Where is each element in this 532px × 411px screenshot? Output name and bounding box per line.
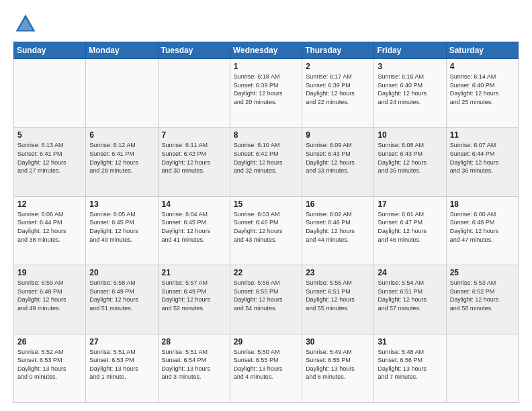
day-number: 7: [162, 130, 226, 140]
day-number: 29: [234, 337, 298, 347]
calendar-cell: 18Sunrise: 6:00 AM Sunset: 6:48 PM Dayli…: [446, 196, 518, 265]
day-number: 15: [234, 199, 298, 209]
calendar-cell: 6Sunrise: 6:12 AM Sunset: 6:41 PM Daylig…: [86, 128, 158, 196]
day-info: Sunrise: 6:02 AM Sunset: 6:46 PM Dayligh…: [306, 210, 370, 244]
day-info: Sunrise: 5:48 AM Sunset: 6:56 PM Dayligh…: [378, 348, 442, 381]
day-number: 16: [306, 199, 370, 209]
day-info: Sunrise: 5:52 AM Sunset: 6:53 PM Dayligh…: [17, 348, 82, 381]
calendar-cell: 11Sunrise: 6:07 AM Sunset: 6:44 PM Dayli…: [446, 128, 518, 196]
calendar-cell: 12Sunrise: 6:06 AM Sunset: 6:44 PM Dayli…: [14, 196, 86, 265]
logo-icon: [13, 12, 38, 36]
day-number: 10: [378, 130, 442, 140]
day-number: 27: [89, 337, 154, 347]
weekday-header-tuesday: Tuesday: [158, 42, 230, 59]
calendar-cell: 31Sunrise: 5:48 AM Sunset: 6:56 PM Dayli…: [374, 334, 446, 402]
day-number: 21: [162, 268, 226, 277]
weekday-header-friday: Friday: [374, 42, 446, 59]
weekday-header-monday: Monday: [86, 42, 158, 59]
day-number: 19: [17, 268, 82, 277]
calendar-cell: [86, 59, 158, 128]
day-number: 26: [17, 337, 82, 347]
weekday-header-wednesday: Wednesday: [230, 42, 302, 59]
day-info: Sunrise: 6:03 AM Sunset: 6:46 PM Dayligh…: [234, 210, 298, 244]
calendar-cell: 10Sunrise: 6:08 AM Sunset: 6:43 PM Dayli…: [374, 128, 446, 196]
day-info: Sunrise: 5:59 AM Sunset: 6:48 PM Dayligh…: [17, 279, 82, 312]
calendar-cell: 30Sunrise: 5:49 AM Sunset: 6:55 PM Dayli…: [302, 334, 374, 402]
calendar-cell: 25Sunrise: 5:53 AM Sunset: 6:52 PM Dayli…: [446, 265, 518, 334]
day-info: Sunrise: 6:09 AM Sunset: 6:43 PM Dayligh…: [306, 141, 370, 175]
day-number: 14: [162, 199, 226, 209]
day-info: Sunrise: 6:17 AM Sunset: 6:39 PM Dayligh…: [306, 73, 370, 106]
day-info: Sunrise: 5:49 AM Sunset: 6:55 PM Dayligh…: [306, 348, 370, 381]
calendar-cell: 7Sunrise: 6:11 AM Sunset: 6:42 PM Daylig…: [158, 128, 230, 196]
day-info: Sunrise: 6:14 AM Sunset: 6:40 PM Dayligh…: [450, 73, 515, 106]
day-number: 9: [306, 130, 370, 140]
day-info: Sunrise: 6:11 AM Sunset: 6:42 PM Dayligh…: [162, 141, 226, 175]
calendar-cell: 28Sunrise: 5:51 AM Sunset: 6:54 PM Dayli…: [158, 334, 230, 402]
day-info: Sunrise: 6:08 AM Sunset: 6:43 PM Dayligh…: [378, 141, 442, 175]
day-info: Sunrise: 5:53 AM Sunset: 6:52 PM Dayligh…: [450, 279, 515, 312]
day-info: Sunrise: 6:16 AM Sunset: 6:40 PM Dayligh…: [378, 73, 442, 106]
calendar-cell: 3Sunrise: 6:16 AM Sunset: 6:40 PM Daylig…: [374, 59, 446, 128]
calendar-table: SundayMondayTuesdayWednesdayThursdayFrid…: [13, 42, 519, 403]
day-number: 24: [378, 268, 442, 277]
day-info: Sunrise: 6:10 AM Sunset: 6:42 PM Dayligh…: [234, 141, 298, 175]
calendar-cell: 24Sunrise: 5:54 AM Sunset: 6:51 PM Dayli…: [374, 265, 446, 334]
day-number: 13: [89, 199, 154, 209]
calendar-week-row: 5Sunrise: 6:13 AM Sunset: 6:41 PM Daylig…: [14, 128, 519, 196]
day-info: Sunrise: 5:58 AM Sunset: 6:49 PM Dayligh…: [89, 279, 154, 312]
calendar-cell: 1Sunrise: 6:18 AM Sunset: 6:39 PM Daylig…: [230, 59, 302, 128]
weekday-header-sunday: Sunday: [14, 42, 86, 59]
calendar-cell: 21Sunrise: 5:57 AM Sunset: 6:49 PM Dayli…: [158, 265, 230, 334]
calendar-cell: 5Sunrise: 6:13 AM Sunset: 6:41 PM Daylig…: [14, 128, 86, 196]
day-info: Sunrise: 6:07 AM Sunset: 6:44 PM Dayligh…: [450, 141, 515, 175]
weekday-header-row: SundayMondayTuesdayWednesdayThursdayFrid…: [14, 42, 519, 59]
day-number: 31: [378, 337, 442, 347]
calendar-week-row: 12Sunrise: 6:06 AM Sunset: 6:44 PM Dayli…: [14, 196, 519, 265]
calendar-cell: 4Sunrise: 6:14 AM Sunset: 6:40 PM Daylig…: [446, 59, 518, 128]
calendar-cell: [446, 334, 518, 402]
day-info: Sunrise: 5:56 AM Sunset: 6:50 PM Dayligh…: [234, 279, 298, 312]
day-number: 20: [89, 268, 154, 277]
calendar-cell: 14Sunrise: 6:04 AM Sunset: 6:45 PM Dayli…: [158, 196, 230, 265]
calendar-cell: 13Sunrise: 6:05 AM Sunset: 6:45 PM Dayli…: [86, 196, 158, 265]
day-info: Sunrise: 5:54 AM Sunset: 6:51 PM Dayligh…: [378, 279, 442, 312]
calendar-cell: 17Sunrise: 6:01 AM Sunset: 6:47 PM Dayli…: [374, 196, 446, 265]
day-info: Sunrise: 6:12 AM Sunset: 6:41 PM Dayligh…: [89, 141, 154, 175]
weekday-header-saturday: Saturday: [446, 42, 518, 59]
weekday-header-thursday: Thursday: [302, 42, 374, 59]
day-number: 2: [306, 62, 370, 71]
day-number: 22: [234, 268, 298, 277]
calendar-cell: [158, 59, 230, 128]
calendar-cell: 20Sunrise: 5:58 AM Sunset: 6:49 PM Dayli…: [86, 265, 158, 334]
day-number: 1: [234, 62, 298, 71]
calendar-cell: 23Sunrise: 5:55 AM Sunset: 6:51 PM Dayli…: [302, 265, 374, 334]
calendar-week-row: 19Sunrise: 5:59 AM Sunset: 6:48 PM Dayli…: [14, 265, 519, 334]
calendar-cell: 27Sunrise: 5:51 AM Sunset: 6:53 PM Dayli…: [86, 334, 158, 402]
calendar-cell: 8Sunrise: 6:10 AM Sunset: 6:42 PM Daylig…: [230, 128, 302, 196]
day-number: 4: [450, 62, 515, 71]
day-number: 3: [378, 62, 442, 71]
calendar-cell: 26Sunrise: 5:52 AM Sunset: 6:53 PM Dayli…: [14, 334, 86, 402]
calendar-cell: 22Sunrise: 5:56 AM Sunset: 6:50 PM Dayli…: [230, 265, 302, 334]
day-info: Sunrise: 6:18 AM Sunset: 6:39 PM Dayligh…: [234, 73, 298, 106]
day-info: Sunrise: 6:00 AM Sunset: 6:48 PM Dayligh…: [450, 210, 515, 244]
day-info: Sunrise: 5:50 AM Sunset: 6:55 PM Dayligh…: [234, 348, 298, 381]
calendar-cell: 15Sunrise: 6:03 AM Sunset: 6:46 PM Dayli…: [230, 196, 302, 265]
day-number: 30: [306, 337, 370, 347]
day-info: Sunrise: 6:13 AM Sunset: 6:41 PM Dayligh…: [17, 141, 82, 175]
calendar-cell: [14, 59, 86, 128]
calendar-cell: 19Sunrise: 5:59 AM Sunset: 6:48 PM Dayli…: [14, 265, 86, 334]
day-number: 5: [17, 130, 82, 140]
day-info: Sunrise: 6:01 AM Sunset: 6:47 PM Dayligh…: [378, 210, 442, 244]
day-info: Sunrise: 5:51 AM Sunset: 6:54 PM Dayligh…: [162, 348, 226, 381]
day-number: 18: [450, 199, 515, 209]
day-number: 25: [450, 268, 515, 277]
day-number: 11: [450, 130, 515, 140]
day-info: Sunrise: 6:05 AM Sunset: 6:45 PM Dayligh…: [89, 210, 154, 244]
header: [13, 12, 519, 36]
day-info: Sunrise: 6:04 AM Sunset: 6:45 PM Dayligh…: [162, 210, 226, 244]
calendar-week-row: 26Sunrise: 5:52 AM Sunset: 6:53 PM Dayli…: [14, 334, 519, 402]
calendar-cell: 16Sunrise: 6:02 AM Sunset: 6:46 PM Dayli…: [302, 196, 374, 265]
day-info: Sunrise: 5:51 AM Sunset: 6:53 PM Dayligh…: [89, 348, 154, 381]
